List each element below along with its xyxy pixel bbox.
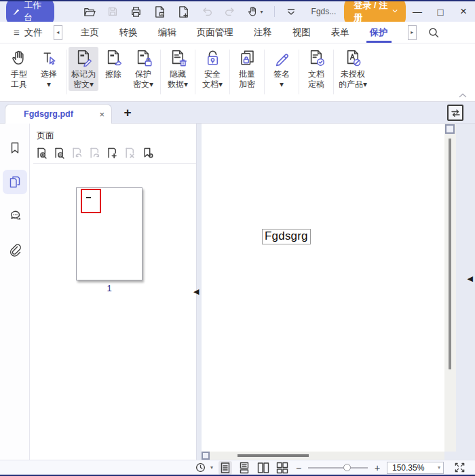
document-plus-button[interactable] [177,5,190,18]
thumbnail-zoom-in-button[interactable] [36,147,48,159]
secure-document-button[interactable]: 安全 文档▾ [197,47,227,91]
zoom-level-combobox[interactable]: 150.35% ▾ [387,462,444,474]
hamburger-icon: ≡ [14,26,20,38]
collapse-panel-right-button[interactable]: ◀ [468,274,473,283]
padlock-bulb-icon [204,49,222,67]
delete-page-button[interactable] [124,147,136,159]
save-button[interactable] [107,5,119,18]
single-page-view-button[interactable] [218,461,232,475]
new-tab-button[interactable]: + [119,104,136,122]
bookmark-icon [8,141,22,155]
minimize-button[interactable]: — [406,1,429,22]
horizontal-scrollbar[interactable] [202,452,444,460]
thumbnail-zoom-out-button[interactable] [54,147,65,159]
label-line: 手型 [11,69,27,79]
menu-tab-home[interactable]: 主页 [71,22,109,43]
redaction-marker-rect[interactable] [81,189,101,213]
hand-tool-button[interactable]: 手型 工具 [4,47,34,91]
sign-button[interactable]: 签名 ▾ [267,47,297,91]
label-line: 保护 [133,69,153,79]
page-number-label: 1 [76,283,142,293]
insert-page-button[interactable] [107,147,118,159]
rotate-left-button[interactable] [71,147,83,159]
menu-tab-view[interactable]: 视图 [282,22,321,43]
finalize-document-button[interactable]: 文档 定稿 [301,47,331,91]
hide-data-button[interactable]: 隐藏 数据▾ [163,47,193,91]
menu-tab-comment[interactable]: 注释 [244,22,282,43]
vertical-scrollbar-thumb[interactable] [449,139,451,369]
collapse-toolbar-button[interactable] [286,7,297,16]
tab-scroll-left-button[interactable]: ◂ [54,25,62,40]
button-label: 未授权 的产品▾ [339,69,367,90]
open-folder-button[interactable] [83,5,96,18]
facing-pages-view-button[interactable] [256,461,270,475]
dropdown-arrow-icon[interactable]: ▾ [210,464,213,471]
mark-for-redaction-button[interactable]: 标记为 密文▾ [69,47,98,91]
page-thumbnail[interactable] [76,187,142,280]
redaction-marked-text[interactable]: Fgdsgrg [262,229,311,244]
document-tabbar: Fgdsgrg.pdf × + [0,102,475,124]
hand-gesture-icon [247,5,259,18]
batch-encrypt-button[interactable]: 批量 加密 [232,47,262,91]
tab-scroll-right-button[interactable]: ▸ [408,25,417,40]
facing-continuous-view-button[interactable] [276,461,289,475]
scrollbar-top-box[interactable] [445,124,455,134]
unauthorized-product-button[interactable]: 未授权 的产品▾ [336,47,370,91]
rotate-right-button[interactable] [89,147,100,159]
button-label: 签名 ▾ [273,69,290,90]
document-plus-icon [177,5,190,18]
fullscreen-button[interactable] [453,461,466,474]
hand-gesture-button[interactable]: ▾ [247,5,263,18]
main-content: 页面 [0,124,475,460]
switch-view-button[interactable] [447,105,463,121]
menu-tab-protect[interactable]: 保护 [360,22,398,43]
zoom-in-button[interactable]: + [373,462,381,473]
rotate-right-icon [89,147,100,159]
button-label: 擦除 [105,69,121,79]
zoom-slider-handle[interactable] [343,464,351,471]
document-tab[interactable]: Fgdsgrg.pdf × [5,104,112,124]
bookmarks-panel-button[interactable] [3,136,27,160]
label-line: 工具 [11,79,27,90]
erase-button[interactable]: 擦除 [98,47,128,81]
select-tool-button[interactable]: 选择 ▾ [34,47,64,91]
search-button[interactable] [428,26,440,39]
zoom-out-button[interactable]: − [294,462,303,473]
collapse-panel-left-button[interactable]: ◀ [193,287,199,296]
label-line: ▾ [41,79,57,90]
maximize-button[interactable]: □ [429,1,452,22]
page-zoom-out-icon [54,147,65,159]
protect-redaction-button[interactable]: 保护 密文▾ [128,47,158,91]
search-icon [428,26,440,39]
attachments-panel-button[interactable] [3,238,27,262]
button-label: 隐藏 数据▾ [168,69,188,90]
menu-tab-form[interactable]: 表单 [321,22,360,43]
document-page[interactable]: Fgdsgrg [202,124,444,452]
unauthorized-product-icon [344,49,362,67]
undo-button[interactable] [201,5,213,18]
document-minus-button[interactable] [153,5,166,18]
pen-logo-icon [13,7,20,16]
redo-button[interactable] [224,5,236,18]
menu-tab-edit[interactable]: 编辑 [148,22,187,43]
collapse-ribbon-button[interactable] [459,93,467,98]
titlebar-filename: Fgds... [311,7,337,16]
horizontal-scrollbar-thumb[interactable] [238,454,309,457]
pages-panel-title: 页面 [30,124,196,142]
menu-tab-convert[interactable]: 转换 [109,22,148,43]
continuous-view-button[interactable] [238,461,251,475]
menu-tab-page-management[interactable]: 页面管理 [187,22,244,43]
vertical-scrollbar[interactable] [444,124,456,452]
print-button[interactable] [130,5,142,18]
zoom-slider[interactable] [308,463,368,473]
pages-panel-button[interactable] [3,170,27,194]
comments-panel-button[interactable] [3,204,27,228]
view-mode-menu-button[interactable] [194,461,207,474]
close-button[interactable]: × [452,1,475,22]
page-settings-button[interactable] [142,147,153,159]
scrollbar-left-box[interactable] [202,452,210,460]
rotate-left-icon [71,147,83,159]
file-menu[interactable]: ≡ 文件 [14,22,43,43]
open-folder-icon [83,5,96,18]
tab-close-button[interactable]: × [99,109,104,120]
